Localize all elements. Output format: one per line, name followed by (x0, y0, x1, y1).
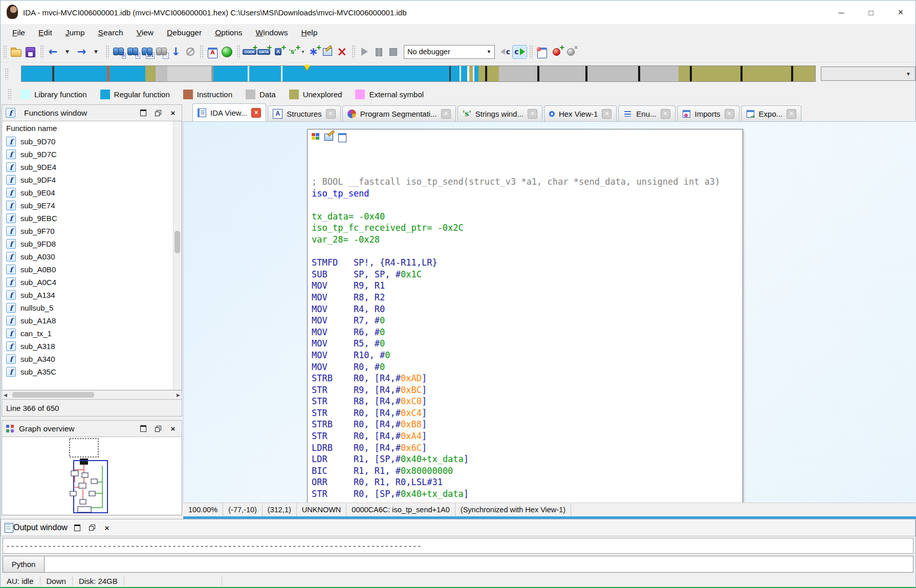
colors-palette-icon[interactable] (311, 132, 321, 141)
navband-position-marker[interactable] (304, 66, 310, 71)
asm-line[interactable]: iso_tp_fc_received_ptr= -0x2C (312, 222, 743, 234)
asm-line[interactable]: LDR R1, [SP,#0x40+tx_data] (312, 453, 743, 465)
graph-maximize-button[interactable] (138, 424, 148, 433)
toolbar-grip[interactable] (200, 45, 203, 58)
disassembly-listing[interactable]: ; BOOL __fastcall iso_tp_send(struct_v3 … (308, 141, 743, 500)
asm-line[interactable]: STRB R0, [R4,#0xB8] (312, 419, 743, 430)
navband-grip[interactable] (5, 68, 8, 79)
function-row[interactable]: fnullsub_5 (2, 301, 182, 314)
functions-column-header[interactable]: Function name (2, 121, 182, 135)
function-row[interactable]: fsub_9DE4 (2, 161, 182, 173)
toolbar-grip[interactable] (236, 45, 240, 58)
debugger-start-icon[interactable] (358, 46, 372, 58)
asm-line[interactable]: STR R0, [SP,#0x40+tx_data] (312, 488, 743, 500)
scroll-left-arrow[interactable]: ◀ (4, 393, 7, 398)
menu-windows[interactable]: Windows (249, 28, 295, 37)
scrollbar-thumb[interactable] (175, 231, 180, 253)
function-row[interactable]: fsub_A0C4 (2, 276, 182, 289)
tab-enu-[interactable]: Enu...× (618, 105, 675, 121)
function-row[interactable]: fsub_9F70 (2, 225, 182, 237)
function-row[interactable]: fsub_A030 (2, 250, 182, 263)
function-row[interactable]: fsub_A318 (2, 340, 182, 353)
tab-ida-view-[interactable]: IDA View...× (192, 103, 266, 121)
close-button[interactable]: × (886, 1, 915, 24)
jump-forward-icon[interactable]: → (75, 46, 89, 58)
output-float-button[interactable] (87, 523, 97, 532)
output-maximize-button[interactable] (72, 523, 82, 532)
function-row[interactable]: fsub_9D7C (2, 148, 182, 161)
functions-close-button[interactable]: × (168, 108, 178, 118)
tab-close-icon[interactable]: × (251, 108, 261, 118)
ida-view-canvas[interactable]: ; BOOL __fastcall iso_tp_send(struct_v3 … (183, 122, 916, 504)
tab-close-icon[interactable]: × (326, 109, 336, 119)
asm-line[interactable]: STRB R0, [R4,#0xAD] (312, 373, 743, 384)
asm-line[interactable]: MOV R8, R2 (312, 292, 743, 303)
tab-close-icon[interactable]: × (787, 109, 796, 119)
tab-close-icon[interactable]: × (441, 109, 451, 119)
edit-colors-icon[interactable] (321, 46, 335, 58)
asm-line[interactable]: ; BOOL __fastcall iso_tp_send(struct_v3 … (312, 176, 743, 188)
function-row[interactable]: fsub_A0B0 (2, 263, 182, 276)
jump-to-address-icon[interactable]: ↓ (169, 46, 183, 58)
asm-line[interactable]: STMFD SP!, {R4-R11,LR} (312, 257, 743, 269)
cli-input[interactable] (45, 556, 913, 573)
menu-edit[interactable]: Edit (32, 28, 59, 37)
functions-horizontal-scrollbar[interactable]: ◀ ▶ (2, 390, 182, 400)
asm-line[interactable]: tx_data= -0x40 (312, 211, 743, 223)
tab-close-icon[interactable]: × (725, 109, 734, 119)
menu-jump[interactable]: Jump (59, 28, 92, 37)
tab-program-segmentati-[interactable]: Program Segmentati...× (342, 105, 456, 121)
asm-line[interactable]: STR R0, [R4,#0xA4] (312, 430, 743, 442)
asm-line[interactable]: iso_tp_send (312, 188, 743, 200)
debugger-stop-icon[interactable] (386, 46, 400, 58)
function-row[interactable]: fsub_A134 (2, 289, 182, 301)
toolbar-grip[interactable] (105, 45, 109, 58)
navigator-icon[interactable] (220, 46, 234, 58)
tab-close-icon[interactable]: × (528, 109, 537, 119)
tab-close-icon[interactable]: × (602, 109, 612, 119)
toolbar-grip[interactable] (352, 45, 355, 58)
tab-hex-view-1[interactable]: Hex View-1× (544, 105, 617, 121)
debugger-select[interactable]: No debugger▼ (404, 45, 495, 59)
minimize-button[interactable]: ─ (826, 1, 856, 24)
graph-overview-canvas[interactable] (2, 437, 182, 515)
asm-line[interactable] (312, 246, 743, 257)
functions-maximize-button[interactable] (138, 108, 148, 118)
debugger-attach-icon[interactable]: c (498, 46, 512, 58)
menu-search[interactable]: Search (92, 28, 130, 37)
window-icon[interactable] (337, 132, 347, 141)
asm-line[interactable]: var_28= -0x28 (312, 234, 743, 246)
graph-close-button[interactable]: × (168, 424, 178, 433)
search-disabled-icon[interactable] (183, 46, 197, 58)
toolbar-grip[interactable] (529, 45, 533, 58)
asm-line[interactable] (312, 199, 743, 211)
undefine-icon[interactable]: × (335, 46, 349, 58)
menu-view[interactable]: View (130, 28, 160, 37)
chevron-down-icon[interactable]: ▼ (301, 50, 305, 54)
function-row[interactable]: fsub_9DF4 (2, 173, 182, 186)
search-binary-icon[interactable]: 101 (140, 46, 154, 58)
navband-range-select[interactable]: ▼ (821, 67, 915, 81)
breakpoint-list-icon[interactable] (535, 46, 549, 58)
make-code-icon[interactable]: CODE+ (243, 46, 256, 58)
function-row[interactable]: fsub_9FD8 (2, 237, 182, 250)
breakpoint-delete-icon[interactable]: × (564, 46, 578, 58)
asm-line[interactable]: BIC R1, R1, #0x80000000 (312, 465, 743, 477)
asm-line[interactable]: MOV R10, #0 (312, 350, 743, 361)
make-name-icon[interactable]: A+ (271, 46, 285, 58)
asm-line[interactable]: ORR R0, R1, R0,LSL#31 (312, 476, 743, 488)
tab-strings-wind-[interactable]: 's'Strings wind...× (457, 105, 542, 121)
debugger-pause-icon[interactable] (372, 46, 386, 58)
search-text-icon[interactable]: T (126, 46, 140, 58)
debugger-run-icon[interactable]: c (513, 46, 527, 58)
function-row[interactable]: fsub_9D70 (2, 135, 182, 148)
toolbar-grip[interactable] (3, 45, 7, 58)
asm-line[interactable]: LDRB R0, [R4,#0x6C] (312, 442, 743, 454)
asm-line[interactable]: STR R9, [R4,#0xBC] (312, 384, 743, 396)
function-row[interactable]: fsub_9EBC (2, 212, 182, 225)
asm-line[interactable]: STR R8, [R4,#0xC0] (312, 396, 743, 407)
jump-back-icon[interactable]: ← (46, 46, 60, 58)
breakpoint-add-icon[interactable]: + (550, 46, 563, 58)
python-cli-button[interactable]: Python (3, 556, 45, 573)
function-row[interactable]: fcan_tx_1 (2, 327, 182, 340)
